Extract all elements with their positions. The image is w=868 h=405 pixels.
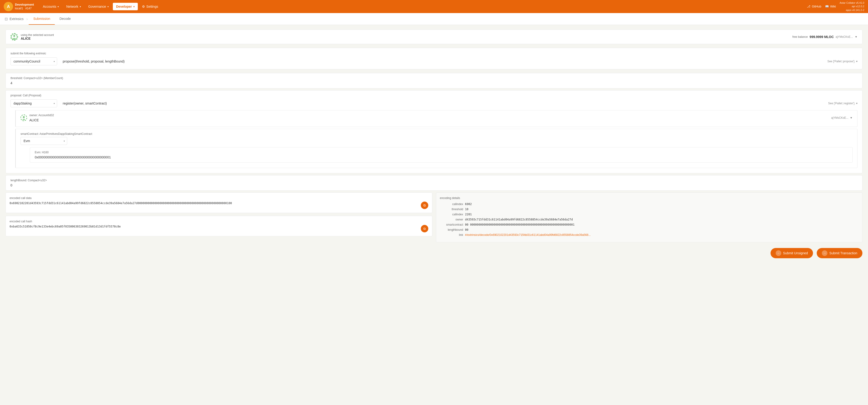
detail-val-owner: d43593c715fdd31c61141abd04a99fd6822c8558… [465, 218, 859, 221]
submit-transaction-icon: → [822, 250, 828, 256]
submit-unsigned-icon: → [776, 250, 781, 256]
copy-icon: ⧉ [424, 203, 426, 207]
pallet-select-wrapper: communityCouncil ▾ [10, 57, 57, 65]
svg-point-3 [23, 116, 25, 118]
pallet-select[interactable]: communityCouncil [10, 57, 57, 65]
detail-row-threshold: threshold 10 [440, 208, 859, 211]
avatar [10, 33, 18, 40]
encoded-call-data-title: encoded call data [9, 197, 428, 200]
encoding-detail-link[interactable]: #/extrinsics/decode/0x6902102201d43593c7… [465, 233, 591, 237]
encoding-details-title: encoding details [440, 197, 859, 200]
nav-item-developer[interactable]: Developer ▾ [113, 3, 138, 10]
tab-bar: ⊡ Extrinsics › Submission Decode [0, 13, 868, 25]
main-content: using the selected account ALICE free ba… [0, 25, 868, 265]
see-pallet-link[interactable]: See ['Pallet::propose']. ▾ [828, 60, 858, 63]
app-version: Astar Collator v5.41.0 api v12.0.2 apps … [840, 1, 864, 12]
bottom-section: encoded call data 0x6902102201d43593c715… [6, 193, 862, 242]
chevron-down-icon[interactable]: ▼ [850, 116, 852, 119]
evm-param: Evm: H160 0x0000000000000000000000000000… [30, 147, 852, 163]
github-link[interactable]: ⎇ GitHub [807, 5, 821, 8]
proposal-call: register(owner, smartContract) [60, 99, 825, 107]
detail-row-lengthbound: lengthbound 00 [440, 228, 859, 231]
extrinsic-pallet-row: communityCouncil ▾ propose(threshold, pr… [10, 57, 858, 65]
account-name: ALICE [21, 37, 54, 40]
encoded-call-hash-title: encoded call hash [9, 220, 428, 223]
detail-row-link: link #/extrinsics/decode/0x6902102201d43… [440, 233, 859, 237]
top-navigation: A Development local/1 #147 Accounts ▾ Ne… [0, 0, 868, 13]
threshold-param: threshold: Compact<u32> (MemberCount) 4 [6, 73, 862, 88]
tab-decode[interactable]: Decode [55, 13, 75, 25]
encoded-call-data-row: 0x6902102201d43593c715fdd31c61141abd04a9… [9, 202, 428, 209]
nav-item-accounts[interactable]: Accounts ▾ [40, 3, 62, 10]
smart-contract-label: smartContract: AstarPrimitivesDappStakin… [21, 132, 852, 136]
encoded-call-data-section: encoded call data 0x6902102201d43593c715… [6, 193, 432, 213]
book-icon: 📖 [825, 5, 829, 8]
copy-icon: ⧉ [424, 227, 426, 231]
encoded-call-hash-section: encoded call hash 0xba633c51050cf8c9e133… [6, 216, 432, 236]
evm-value: 0x00000000000000000000000000000000000000… [35, 155, 848, 159]
threshold-value: 4 [10, 81, 858, 85]
detail-key-owner: owner [440, 218, 463, 221]
proposal-param: proposal: Call (Proposal) dappStaking ▾ … [6, 90, 862, 173]
action-bar: → Submit Unsigned → Submit Transaction [6, 246, 862, 260]
encoded-call-hash-row: 0xba633c51050cf8c9e133e4ebc69a05f0350063… [9, 225, 428, 232]
chevron-down-icon[interactable]: ▼ [855, 35, 858, 38]
nav-right: ⎇ GitHub 📖 Wiki Astar Collator v5.41.0 a… [807, 1, 864, 12]
detail-key-smartcontract: smartcontract [440, 223, 463, 226]
chevron-down-icon: ▾ [107, 5, 108, 8]
detail-key-callindex-1: callindex [440, 202, 463, 206]
github-icon: ⎇ [807, 5, 810, 8]
nav-menu: Accounts ▾ Network ▾ Governance ▾ Develo… [40, 3, 807, 10]
nav-item-settings[interactable]: ⚙ Settings [139, 3, 161, 10]
detail-row-callindex-1: callindex 6902 [440, 202, 859, 206]
lengthbound-value: 0 [10, 183, 858, 187]
extrinsic-call: propose(threshold, proposal, lengthBound… [60, 58, 825, 65]
detail-key-lengthbound: lengthbound [440, 228, 463, 231]
owner-param: owner: AccountId32 ALICE ajYMsCKsE... ▼ [15, 110, 858, 127]
chevron-down-icon: ▾ [133, 5, 134, 8]
smart-contract-row: Evm ▾ [21, 137, 852, 145]
submit-transaction-button[interactable]: → Submit Transaction [817, 248, 862, 258]
copy-call-hash-button[interactable]: ⧉ [421, 225, 428, 232]
section-label: Extrinsics [9, 13, 25, 25]
detail-key-threshold: threshold [440, 208, 463, 211]
smart-contract-type-select[interactable]: Evm [21, 137, 67, 145]
lengthbound-param: lengthBound: Compact<u32> 0 [6, 175, 862, 191]
detail-val-lengthbound: 00 [465, 228, 859, 231]
copy-call-data-button[interactable]: ⧉ [421, 202, 428, 209]
extrinsic-form-label: submit the following extrinsic [10, 52, 858, 55]
detail-val-threshold: 10 [465, 208, 859, 211]
chain-sub: local/1 #147 [15, 7, 34, 10]
wiki-link[interactable]: 📖 Wiki [825, 5, 836, 8]
submit-unsigned-button[interactable]: → Submit Unsigned [771, 248, 813, 258]
account-info: using the selected account ALICE [21, 33, 54, 40]
tab-submission[interactable]: Submission [29, 13, 55, 25]
proposal-call-row: dappStaking ▾ register(owner, smartContr… [10, 99, 858, 107]
detail-key-callindex-2: callindex [440, 213, 463, 216]
detail-val-smartcontract: 00 0000000000000000000000000000000000000… [465, 223, 859, 226]
nav-item-network[interactable]: Network ▾ [63, 3, 84, 10]
lengthbound-label: lengthBound: Compact<u32> [10, 179, 858, 182]
chevron-down-icon: ▾ [856, 60, 858, 63]
owner-info: owner: AccountId32 ALICE [29, 114, 54, 122]
proposal-pallet-wrapper: dappStaking ▾ [10, 99, 57, 107]
free-balance-value: 999.9999 MLOC [810, 35, 834, 39]
detail-key-link: link [440, 233, 463, 237]
encoded-call-data-value: 0x6902102201d43593c715fdd31c61141abd04a9… [9, 202, 417, 205]
proposal-label: proposal: Call (Proposal) [10, 94, 858, 97]
detail-val-callindex-2: 2201 [465, 213, 859, 216]
proposal-pallet-select[interactable]: dappStaking [10, 99, 57, 107]
smart-contract-param: smartContract: AstarPrimitivesDappStakin… [15, 129, 858, 168]
detail-row-smartcontract: smartcontract 00 00000000000000000000000… [440, 223, 859, 226]
owner-address: ajYMsCKsE... [831, 116, 848, 119]
see-proposal-link[interactable]: See ['Pallet::register']. ▾ [828, 102, 858, 105]
nav-item-governance[interactable]: Governance ▾ [85, 3, 112, 10]
detail-row-owner: owner d43593c715fdd31c61141abd04a99fd682… [440, 218, 859, 221]
chain-name: Development [15, 3, 34, 7]
owner-name: ALICE [29, 118, 54, 122]
app-logo: A [4, 2, 13, 11]
chain-info: Development local/1 #147 [15, 3, 34, 10]
chevron-down-icon: ▾ [856, 102, 858, 105]
encoded-call-hash-value: 0xba633c51050cf8c9e133e4ebc69a05f0350063… [9, 225, 417, 228]
account-address: ajYMsCKsE... [836, 35, 853, 38]
